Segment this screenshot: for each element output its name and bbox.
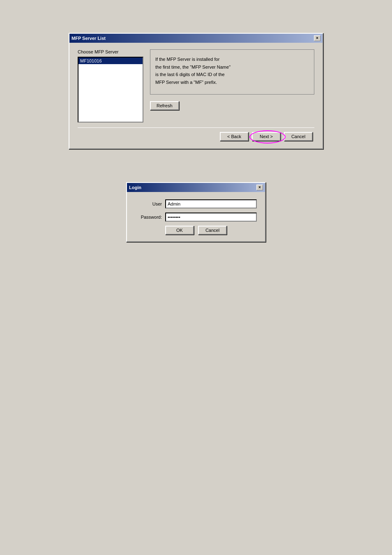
mfp-close-button[interactable]: × bbox=[314, 35, 321, 41]
mfp-server-item[interactable]: MF101016 bbox=[78, 58, 143, 64]
login-title: Login bbox=[129, 185, 141, 190]
login-titlebar: Login × bbox=[127, 183, 265, 192]
dialog-separator bbox=[78, 127, 314, 128]
mfp-right-panel: If the MFP Server is installed for the f… bbox=[150, 49, 314, 123]
mfp-server-list-dialog: MFP Server List × Choose MFP Server MF10… bbox=[69, 33, 323, 149]
login-dialog-body: User Password: OK Cancel bbox=[127, 192, 265, 241]
next-button[interactable]: Next > bbox=[252, 132, 281, 141]
mfp-dialog-body: Choose MFP Server MF101016 If the MFP Se… bbox=[69, 43, 323, 148]
choose-server-label: Choose MFP Server bbox=[78, 49, 143, 54]
mfp-dialog-footer: < Back Next > Cancel bbox=[78, 132, 314, 143]
mfp-refresh-row: Refresh bbox=[150, 101, 314, 110]
refresh-button[interactable]: Refresh bbox=[150, 101, 179, 110]
password-input[interactable] bbox=[165, 213, 257, 222]
back-button[interactable]: < Back bbox=[220, 132, 249, 141]
login-close-button[interactable]: × bbox=[256, 185, 263, 190]
mfp-server-listbox[interactable]: MF101016 bbox=[78, 57, 143, 123]
mfp-left-panel: Choose MFP Server MF101016 bbox=[78, 49, 143, 123]
password-label: Password: bbox=[135, 215, 162, 220]
mfp-info-line-3: is the last 6 digits of MAC ID of the bbox=[155, 71, 309, 79]
mfp-main-content: Choose MFP Server MF101016 If the MFP Se… bbox=[78, 49, 314, 123]
mfp-title: MFP Server List bbox=[71, 36, 106, 41]
cancel-button[interactable]: Cancel bbox=[284, 132, 313, 141]
user-row: User bbox=[135, 199, 257, 208]
user-label: User bbox=[135, 201, 162, 206]
login-cancel-button[interactable]: Cancel bbox=[198, 226, 227, 235]
mfp-titlebar: MFP Server List × bbox=[69, 34, 323, 43]
ok-button[interactable]: OK bbox=[165, 226, 194, 235]
password-row: Password: bbox=[135, 213, 257, 222]
mfp-info-line-4: MFP Server with a "MF" prefix. bbox=[155, 79, 309, 86]
next-button-wrapper: Next > bbox=[252, 132, 281, 141]
login-footer: OK Cancel bbox=[135, 226, 257, 235]
mfp-info-box: If the MFP Server is installed for the f… bbox=[150, 49, 314, 95]
mfp-info-line-1: If the MFP Server is installed for bbox=[155, 56, 309, 63]
user-input[interactable] bbox=[165, 199, 257, 208]
mfp-info-line-2: the first time, the "MFP Server Name" bbox=[155, 63, 309, 71]
login-dialog: Login × User Password: OK Cancel bbox=[126, 182, 266, 242]
